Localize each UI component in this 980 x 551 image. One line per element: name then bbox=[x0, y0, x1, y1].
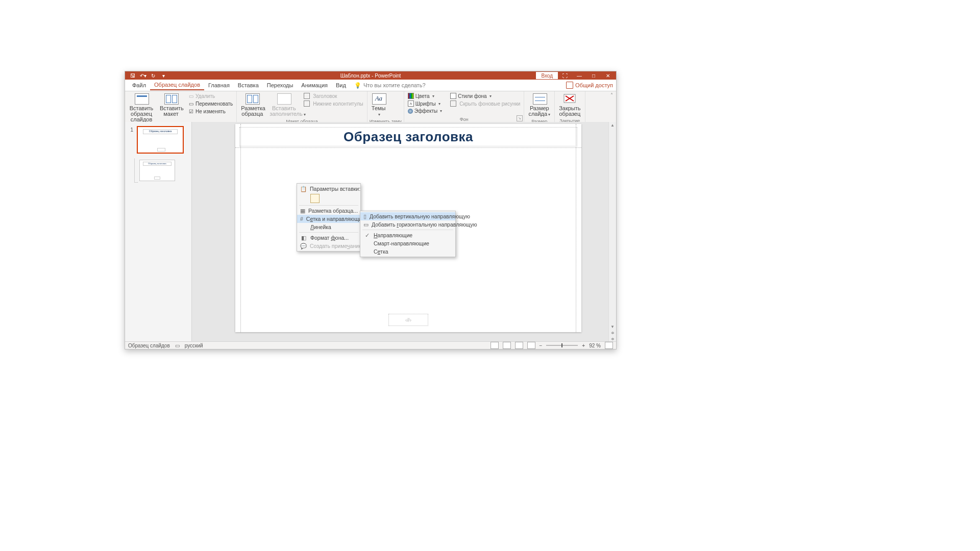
undo-icon[interactable]: ↶▾ bbox=[139, 72, 146, 79]
menu-master-layout[interactable]: ▦ Разметка образца... bbox=[297, 207, 360, 215]
ribbon-group-close: Закрытьобразец Закрытие bbox=[555, 91, 585, 122]
title-checkbox: Заголовок bbox=[302, 92, 364, 99]
tab-animation[interactable]: Анимация bbox=[297, 81, 332, 90]
master-thumbnail[interactable]: Образец заголовка bbox=[137, 126, 184, 154]
thumb-footer bbox=[154, 177, 160, 180]
share-label: Общий доступ bbox=[575, 82, 613, 88]
ribbon-display-options-icon[interactable]: ⛶ bbox=[558, 71, 572, 80]
insert-placeholder-label: Вставитьзаполнитель▾ bbox=[270, 106, 298, 117]
submenu-smart-guides[interactable]: Смарт-направляющие bbox=[360, 239, 455, 247]
checkmark-icon: ✓ bbox=[363, 232, 371, 238]
insert-slide-master-button[interactable]: Вставить образец слайдов bbox=[127, 92, 156, 123]
slide-sorter-view-button[interactable] bbox=[503, 342, 511, 349]
scroll-down-button[interactable]: ▼ bbox=[609, 323, 616, 330]
vertical-scrollbar[interactable]: ▲ ▼ ≑ ≑ bbox=[608, 122, 616, 342]
tab-transitions[interactable]: Переходы bbox=[263, 81, 298, 90]
fit-to-window-button[interactable] bbox=[605, 342, 613, 349]
redo-icon[interactable]: ↻ bbox=[150, 72, 157, 79]
hide-bg-checkbox: Скрыть фоновые рисунки bbox=[449, 100, 522, 107]
share-button[interactable]: Общий доступ bbox=[566, 82, 613, 89]
submenu-add-vertical-label: Добавить вертикальную направляющую bbox=[370, 213, 470, 219]
submenu-grid-label: Сетка bbox=[374, 248, 388, 255]
zoom-slider-thumb[interactable] bbox=[561, 343, 562, 347]
tab-insert[interactable]: Вставка bbox=[234, 81, 263, 90]
grid-guides-submenu: ▯ Добавить вертикальную направляющую ▭ Д… bbox=[360, 211, 456, 257]
fonts-button[interactable]: AШрифты▾ bbox=[406, 100, 444, 107]
menu-master-layout-label: Разметка образца... bbox=[308, 208, 358, 214]
paste-option-icon[interactable] bbox=[310, 194, 320, 203]
fonts-icon: A bbox=[408, 101, 414, 107]
format-bg-icon: ◧ bbox=[300, 235, 307, 241]
tell-me-search[interactable]: 💡 Что вы хотите сделать? bbox=[354, 82, 426, 89]
preserve-button[interactable]: ☑Не изменять bbox=[186, 108, 234, 115]
menu-ruler[interactable]: Линейка bbox=[297, 223, 360, 231]
maximize-button[interactable]: □ bbox=[586, 71, 601, 80]
sign-in-button[interactable]: Вход bbox=[536, 72, 558, 79]
close-window-button[interactable]: ✕ bbox=[601, 71, 615, 80]
layout-thumbnail[interactable]: Образец заголовка bbox=[139, 160, 175, 181]
guide-vertical[interactable] bbox=[576, 124, 576, 332]
effects-button[interactable]: Эффекты▾ bbox=[406, 108, 444, 114]
zoom-out-button[interactable]: − bbox=[540, 343, 543, 348]
scroll-up-button[interactable]: ▲ bbox=[609, 122, 616, 128]
thumbnail-pane[interactable]: 1 Образец заголовка Образец заголовка bbox=[125, 122, 192, 342]
colors-button[interactable]: Цвета▾ bbox=[406, 92, 444, 99]
slideshow-view-button[interactable] bbox=[527, 342, 535, 349]
tab-slide-master[interactable]: Образец слайдов bbox=[150, 80, 204, 90]
normal-view-button[interactable] bbox=[491, 342, 499, 349]
zoom-level[interactable]: 92 % bbox=[589, 343, 601, 348]
submenu-grid-toggle[interactable]: Сетка bbox=[360, 247, 455, 256]
title-checkbox-label: Заголовок bbox=[313, 93, 337, 99]
thumb-title: Образец заголовка bbox=[143, 162, 172, 166]
status-language[interactable]: русский bbox=[185, 343, 203, 348]
thumb-number: 1 bbox=[128, 127, 133, 133]
master-layout-button[interactable]: Разметка образца bbox=[239, 92, 265, 118]
submenu-add-horizontal-guide[interactable]: ▭ Добавить горизонтальную направляющую bbox=[360, 220, 455, 229]
menu-format-background[interactable]: ◧ Формат фона... bbox=[297, 234, 360, 242]
rename-icon: ▭ bbox=[188, 101, 194, 107]
themes-button[interactable]: Aa Темы▾ bbox=[370, 92, 388, 118]
horizontal-guide-icon: ▭ bbox=[363, 221, 369, 228]
scroll-track[interactable] bbox=[609, 128, 616, 323]
insert-layout-button[interactable]: Вставить макет bbox=[158, 92, 184, 118]
slide-size-button[interactable]: Размерслайда▾ bbox=[526, 92, 552, 118]
share-icon bbox=[566, 82, 573, 89]
menu-paste-options-header: 📋 Параметры вставки: bbox=[297, 185, 360, 193]
reading-view-button[interactable] bbox=[515, 342, 523, 349]
collapse-ribbon-button[interactable]: ˄ bbox=[610, 92, 613, 98]
editing-area[interactable]: Образец заголовка ‹#› 📋 Параметры вставк… bbox=[192, 122, 616, 342]
tab-view[interactable]: Вид bbox=[332, 81, 350, 90]
close-master-button[interactable]: Закрытьобразец bbox=[557, 92, 582, 118]
guide-horizontal[interactable] bbox=[235, 147, 581, 148]
menu-grid-and-guides[interactable]: # Сетка и направляющие... ▸ bbox=[297, 215, 360, 223]
minimize-button[interactable]: — bbox=[572, 71, 586, 80]
submenu-smart-guides-label: Смарт-направляющие bbox=[374, 240, 429, 246]
effects-icon bbox=[408, 109, 413, 114]
tab-home[interactable]: Главная bbox=[204, 81, 234, 90]
submenu-guides-toggle[interactable]: ✓ Направляющие bbox=[360, 231, 455, 239]
prev-slide-button[interactable]: ≑ bbox=[609, 330, 616, 336]
bg-styles-button[interactable]: Стили фона▾ bbox=[449, 92, 522, 99]
thumb-title: Образец заголовка bbox=[143, 129, 178, 134]
tell-me-placeholder: Что вы хотите сделать? bbox=[363, 82, 426, 88]
rename-button[interactable]: ▭Переименовать bbox=[186, 100, 234, 107]
title-placeholder[interactable]: Образец заголовка bbox=[239, 127, 577, 146]
bg-dialog-launcher[interactable]: ↘ bbox=[517, 115, 523, 121]
thumb-footer bbox=[157, 148, 165, 152]
spellcheck-icon[interactable]: ▭ bbox=[175, 343, 180, 348]
ribbon-tabs: Файл Образец слайдов Главная Вставка Пер… bbox=[125, 80, 616, 91]
qat-more-icon[interactable]: ▾ bbox=[160, 72, 167, 79]
slide-number-placeholder[interactable]: ‹#› bbox=[388, 314, 428, 326]
footers-checkbox: Нижние колонтитулы bbox=[302, 100, 364, 107]
save-icon[interactable]: 🖫 bbox=[129, 72, 136, 79]
zoom-in-button[interactable]: + bbox=[582, 343, 585, 348]
bg-styles-label: Стили фона bbox=[458, 93, 486, 99]
master-layout-label: Разметка образца bbox=[241, 106, 263, 117]
zoom-slider[interactable] bbox=[546, 345, 578, 346]
ribbon-group-edit-theme: Aa Темы▾ Изменить тему bbox=[368, 91, 404, 122]
guide-vertical[interactable] bbox=[240, 124, 241, 332]
submenu-add-vertical-guide[interactable]: ▯ Добавить вертикальную направляющую bbox=[360, 212, 455, 220]
delete-button: ▭Удалить bbox=[186, 92, 234, 99]
tab-file[interactable]: Файл bbox=[128, 81, 150, 90]
close-master-label: Закрытьобразец bbox=[559, 106, 580, 117]
